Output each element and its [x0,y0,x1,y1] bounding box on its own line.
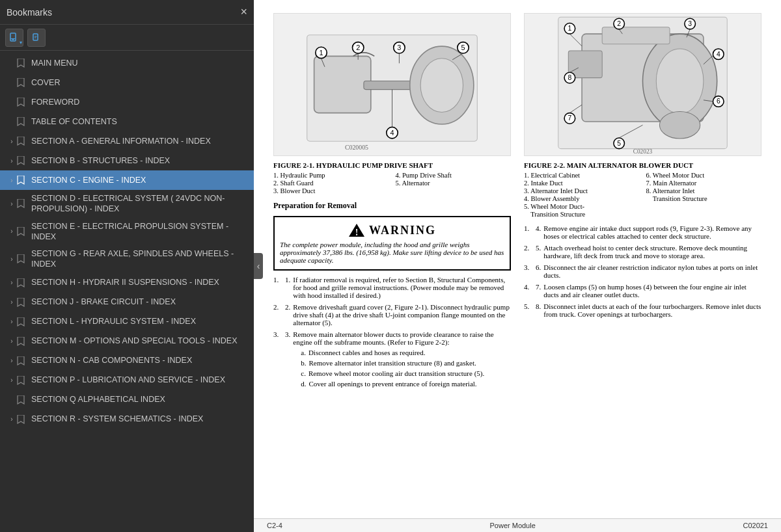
footer-left: C2-4 [267,522,282,529]
bookmark-label-section-q: SECTION Q ALPHABETICAL INDEX [31,394,249,405]
bookmark-icon-section-q [17,395,27,405]
expand-arrow-section-b[interactable]: › [7,157,17,165]
bookmark-icon-section-n [17,356,27,366]
expand-arrow-section-a[interactable]: › [7,137,17,146]
sidebar-title: Bookmarks [7,7,52,18]
svg-point-6 [420,59,463,113]
step-4: 4. Remove engine air intake duct support… [524,224,761,240]
main-content: 1 2 3 4 5 [254,0,781,532]
expand-arrow-section-l[interactable]: › [7,317,17,326]
bookmark-label-section-m: SECTION M - OPTIONS AND SPECIAL TOOLS - … [31,336,249,346]
bookmark-item-section-j[interactable]: ›SECTION J - BRAKE CIRCUIT - INDEX [0,293,254,312]
svg-text:2: 2 [356,44,360,51]
doc-footer: C2-4 Power Module C02021 [254,518,781,532]
svg-text:C02023: C02023 [633,148,653,155]
figure-2-caption: FIGURE 2-2. MAIN ALTERNATOR BLOWER DUCT [524,161,761,169]
bookmark-expand-button[interactable] [5,29,23,47]
bookmark-item-section-c[interactable]: ›SECTION C - ENGINE - INDEX [0,170,254,190]
step-2-text: Remove driveshaft guard cover (2, Figure… [293,303,511,326]
sidebar-close-button[interactable]: × [240,5,247,19]
bookmark-item-cover[interactable]: COVER [0,73,254,92]
svg-text:C020005: C020005 [345,144,368,151]
warning-text: The complete power module, including the… [280,241,504,264]
step-1-text: If radiator removal is required, refer t… [293,276,511,299]
bookmark-page-button[interactable] [27,29,46,47]
step-6: 6. Disconnect the air cleaner restrictio… [524,263,761,279]
figure-1-list: 1. Hydraulic Pump4. Pump Drive Shaft 2. … [273,172,511,194]
expand-arrow-section-j[interactable]: › [7,298,17,306]
svg-point-30 [659,112,700,139]
bookmark-item-section-b[interactable]: ›SECTION B - STRUCTURES - INDEX [0,151,254,170]
bookmark-label-section-d: SECTION D - ELECTRICAL SYSTEM ( 24VDC NO… [31,193,249,215]
bookmark-item-main-menu[interactable]: MAIN MENU [0,53,254,73]
expand-arrow-section-g[interactable]: › [7,255,17,263]
bookmark-item-section-n[interactable]: ›SECTION N - CAB COMPONENTS - INDEX [0,351,254,371]
bookmark-label-foreword: FOREWORD [31,97,249,107]
bookmark-icon-section-b [17,156,27,165]
bookmark-label-cover: COVER [31,77,249,88]
bookmark-item-section-g[interactable]: ›SECTION G - REAR AXLE, SPINDLES AND WHE… [0,245,254,273]
bookmark-item-section-h[interactable]: ›SECTION H - HYDRAIR II SUSPENSIONS - IN… [0,273,254,293]
bookmark-item-toc[interactable]: TABLE OF CONTENTS [0,112,254,131]
bookmark-icon-section-g [17,254,27,263]
figure-2-2-image: 1 2 3 4 5 6 7 8 [524,13,761,156]
svg-text:7: 7 [568,114,571,122]
bookmark-icon-foreword [17,98,27,107]
bookmark-icon-section-r [17,415,27,424]
expand-arrow-section-d[interactable]: › [7,200,17,208]
expand-arrow-section-m[interactable]: › [7,337,17,345]
svg-rect-1 [33,34,38,40]
step-3-num: 3. [285,330,290,390]
bookmark-item-section-q[interactable]: SECTION Q ALPHABETICAL INDEX [0,390,254,410]
expand-arrow-section-p[interactable]: › [7,376,17,384]
expand-arrow-section-n[interactable]: › [7,356,17,365]
svg-text:5: 5 [617,140,621,147]
sidebar-toolbar [0,25,254,51]
bookmark-label-section-r: SECTION R - SYSTEM SCHEMATICS - INDEX [31,414,249,424]
step-3-substeps: a.Disconnect cables and hoses as require… [293,349,511,388]
expand-arrow-section-h[interactable]: › [7,278,17,287]
collapse-sidebar-button[interactable]: ‹ [254,253,263,279]
bookmark-icon-cover [17,78,27,87]
bookmark-item-section-a[interactable]: ›SECTION A - GENERAL INFORMATION - INDEX [0,131,254,151]
bookmark-icon-main-menu [17,59,27,68]
step-5: 5. Attach overhead hoist to center deck … [524,244,761,259]
sidebar: Bookmarks × MAIN MENUCOVERFOREWORDTABLE … [0,0,254,532]
bookmark-label-section-b: SECTION B - STRUCTURES - INDEX [31,155,249,166]
bookmark-item-section-p[interactable]: ›SECTION P - LUBRICATION AND SERVICE - I… [0,371,254,390]
bookmark-label-section-c: SECTION C - ENGINE - INDEX [31,175,249,185]
figure-1-caption: FIGURE 2-1. HYDRAULIC PUMP DRIVE SHAFT [273,161,511,169]
svg-rect-3 [314,56,371,113]
bookmark-item-section-r[interactable]: ›SECTION R - SYSTEM SCHEMATICS - INDEX [0,410,254,429]
step-2-num: 2. [285,303,290,326]
bookmark-item-section-l[interactable]: ›SECTION L - HYDRAULIC SYSTEM - INDEX [0,312,254,332]
expand-arrow-section-e[interactable]: › [7,227,17,235]
bookmark-label-toc: TABLE OF CONTENTS [31,116,249,127]
expand-arrow-section-r[interactable]: › [7,415,17,423]
bookmark-label-section-j: SECTION J - BRAKE CIRCUIT - INDEX [31,297,249,307]
expand-arrow-section-c[interactable]: › [7,176,17,185]
svg-text:3: 3 [688,20,692,27]
bookmark-item-foreword[interactable]: FOREWORD [0,92,254,112]
bookmark-label-section-a: SECTION A - GENERAL INFORMATION - INDEX [31,136,249,146]
footer-center: Power Module [489,522,535,529]
bookmark-item-section-d[interactable]: ›SECTION D - ELECTRICAL SYSTEM ( 24VDC N… [0,190,254,218]
bookmark-icon-section-a [17,137,27,146]
figure-2-list: 1. Electrical Cabinet6. Wheel Motor Duct… [524,172,761,218]
substep-b: b.Remove alternator inlet transition str… [301,359,511,367]
svg-text:1: 1 [319,49,323,57]
bookmark-icon-section-m [17,337,27,346]
bookmark-label-section-l: SECTION L - HYDRAULIC SYSTEM - INDEX [31,316,249,326]
bookmark-label-section-h: SECTION H - HYDRAIR II SUSPENSIONS - IND… [31,277,249,287]
bookmark-item-section-m[interactable]: ›SECTION M - OPTIONS AND SPECIAL TOOLS -… [0,332,254,351]
bookmark-label-section-g: SECTION G - REAR AXLE, SPINDLES AND WHEE… [31,248,249,270]
right-steps-list: 4. Remove engine air intake duct support… [524,224,761,318]
sidebar-header: Bookmarks × [0,0,254,25]
bookmark-icon-section-h [17,278,27,287]
step-8: 8. Disconnect inlet ducts at each of the… [524,302,761,318]
bookmark-item-section-e[interactable]: ›SECTION E - ELECTRICAL PROPULSION SYSTE… [0,218,254,246]
footer-right: C02021 [743,522,768,529]
step-3-text: Remove main alternator blower ducts to p… [293,330,511,390]
step-1: 1. If radiator removal is required, refe… [273,276,511,299]
bookmark-icon-section-j [17,298,27,307]
